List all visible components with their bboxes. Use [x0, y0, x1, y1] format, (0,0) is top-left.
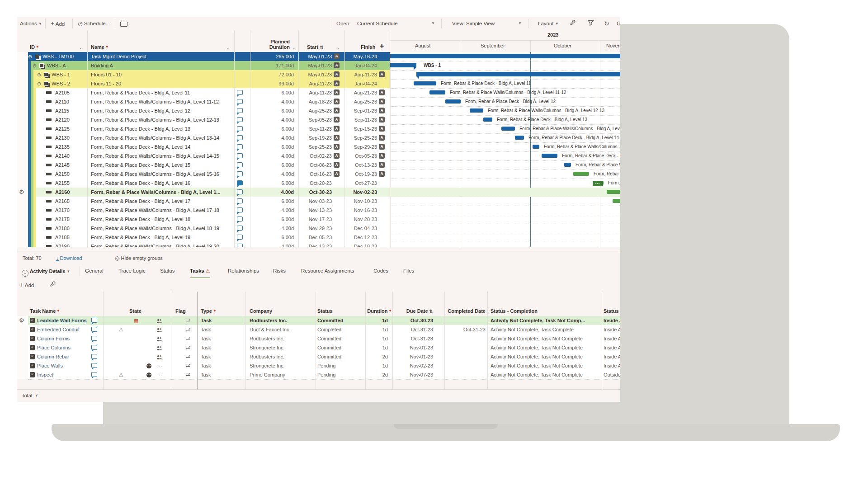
comment-icon[interactable]: [237, 226, 243, 231]
flag-icon[interactable]: [185, 334, 190, 343]
column-header-name[interactable]: Name ●: [91, 44, 108, 50]
comment-icon[interactable]: [237, 162, 243, 167]
gantt-row[interactable]: [390, 224, 620, 233]
refresh-icon[interactable]: ↻: [604, 17, 609, 30]
download-button[interactable]: ↓ Download: [56, 251, 82, 265]
task-bar[interactable]: [573, 172, 589, 176]
comment-icon[interactable]: [237, 207, 243, 212]
task-bar[interactable]: [515, 136, 524, 140]
refresh-icon[interactable]: ⟳: [617, 17, 620, 30]
gantt-row[interactable]: Form, Rebar & Place Walls/Columns - Bldg…: [390, 124, 620, 134]
comment-icon[interactable]: [237, 135, 243, 140]
gantt-row[interactable]: Form, Rebar & Place Walls/Columns - Bldg…: [390, 142, 620, 152]
column-header-due-date[interactable]: Due Date ⇅: [395, 308, 433, 314]
column-header-finish[interactable]: Finish: [361, 44, 375, 50]
activity-row[interactable]: A2145Form, Rebar & Place Deck - Bldg A, …: [28, 160, 390, 170]
collapse-icon[interactable]: ⊖: [37, 79, 41, 88]
add-task-button[interactable]: + Add: [20, 278, 34, 292]
flag-icon[interactable]: [185, 370, 190, 379]
task-row[interactable]: ✓Column RebarTaskRodbusters Inc.Committe…: [28, 352, 620, 362]
task-row[interactable]: ✓Place Walls⋯...TaskStrongcrete Inc.Pend…: [28, 361, 620, 371]
column-header-status-date[interactable]: Status - Dat: [604, 308, 620, 314]
gantt-row[interactable]: [390, 233, 620, 242]
column-header-status[interactable]: Status: [317, 308, 333, 314]
gantt-row[interactable]: Form, Rebar & Place Deck - Bldg A, Level…: [390, 151, 620, 161]
actions-button[interactable]: Actions ▼: [20, 17, 42, 30]
column-header-company[interactable]: Company: [250, 308, 272, 314]
column-header-completed-date[interactable]: Completed Date: [448, 308, 486, 314]
tab-relationships[interactable]: Relationships: [228, 264, 259, 278]
column-header-planned-duration[interactable]: Planned Duration: [250, 39, 290, 50]
activity-row[interactable]: A2140Form, Rebar & Place Walls/Columns -…: [28, 151, 390, 161]
activity-row[interactable]: A2130Form, Rebar & Place Walls/Columns -…: [28, 133, 390, 143]
gantt-row[interactable]: Form, Rebar & Place Deck - Bldg A, Level…: [390, 97, 620, 107]
activity-row[interactable]: ⊕WBS - 1Floors 01 - 1072.00dMay-01-23AAu…: [28, 70, 390, 80]
settings-key-icon[interactable]: [50, 278, 56, 292]
expand-icon[interactable]: ⊕: [37, 70, 41, 79]
comment-icon[interactable]: [91, 372, 97, 377]
gantt-row[interactable]: ▪▪▪Form, Rebar & Place Walls/Columns - B…: [390, 179, 620, 188]
comment-icon[interactable]: [91, 354, 97, 359]
collapse-icon[interactable]: ⊖: [33, 61, 37, 70]
tab-files[interactable]: Files: [403, 264, 414, 278]
add-button[interactable]: + Add: [51, 17, 65, 30]
gantt-row[interactable]: [390, 70, 620, 80]
comment-icon[interactable]: [237, 217, 243, 221]
task-bar[interactable]: [607, 190, 620, 194]
hide-empty-groups-button[interactable]: ◎ Hide empty groups: [115, 251, 163, 265]
schedule-button[interactable]: ◷ Schedule...: [78, 17, 110, 30]
activity-row[interactable]: A2150Form, Rebar & Place Walls/Columns -…: [28, 170, 390, 179]
task-row[interactable]: ✓Embedded Conduit⚠TaskDuct & Faucet Inc.…: [28, 325, 620, 335]
open-schedule-dropdown[interactable]: Current Schedule: [357, 17, 398, 30]
column-header-type[interactable]: Type ●: [201, 308, 216, 314]
activity-row[interactable]: A2175Form, Rebar & Place Deck - Bldg A, …: [28, 215, 390, 224]
flag-icon[interactable]: [185, 343, 190, 352]
activity-row[interactable]: A2125Form, Rebar & Place Deck - Bldg A, …: [28, 124, 390, 134]
view-dropdown[interactable]: View: Simple View: [452, 17, 495, 30]
task-row[interactable]: ✓Leadside Wall Forms▦TaskRodbusters Inc.…: [28, 316, 620, 325]
layout-button[interactable]: Layout ▼: [538, 17, 559, 30]
gantt-row[interactable]: [390, 242, 620, 247]
chevron-down-icon[interactable]: ⌄: [292, 45, 296, 50]
column-header-duration[interactable]: Duration ●: [352, 308, 392, 314]
activity-row[interactable]: A2115Form, Rebar & Place Deck - Bldg A, …: [28, 106, 390, 116]
task-bar[interactable]: [613, 199, 620, 203]
summary-bar[interactable]: [390, 54, 620, 58]
task-name[interactable]: Embedded Conduit: [37, 325, 90, 334]
gantt-row[interactable]: [390, 206, 620, 215]
activity-row[interactable]: ⊖WBS - TM100Task Mgmt Demo Project265.00…: [28, 52, 390, 61]
activity-row[interactable]: A2165Form, Rebar & Place Deck - Bldg A, …: [28, 197, 390, 206]
summary-bar[interactable]: [390, 63, 416, 67]
comment-icon[interactable]: [91, 327, 97, 332]
comment-icon[interactable]: [237, 153, 243, 158]
activity-row[interactable]: A2170Form, Rebar & Place Walls/Columns -…: [28, 206, 390, 215]
task-bar[interactable]: [542, 154, 557, 158]
comment-icon[interactable]: [237, 189, 243, 194]
chevron-down-icon[interactable]: ▼: [431, 17, 435, 30]
task-name[interactable]: Place Walls: [37, 361, 90, 370]
summary-bar[interactable]: [416, 72, 620, 76]
task-name[interactable]: Column Forms: [37, 334, 90, 343]
activity-row[interactable]: A2180Form, Rebar & Place Walls/Columns -…: [28, 224, 390, 233]
column-header-flag[interactable]: Flag: [175, 308, 186, 314]
collapse-icon[interactable]: ⊖: [28, 52, 32, 61]
task-name[interactable]: Leadside Wall Forms: [37, 316, 90, 325]
task-bar[interactable]: [429, 90, 445, 94]
filter-icon[interactable]: [588, 17, 594, 31]
activity-row[interactable]: A2155Form, Rebar & Place Deck - Bldg A, …: [28, 179, 390, 188]
gantt-row[interactable]: Form, Rebar & Place Deck - Bldg A, Level…: [390, 170, 620, 179]
gantt-row[interactable]: Form, Rebar & Place Walls/Columns - Bldg…: [390, 160, 620, 170]
column-header-state[interactable]: State: [129, 308, 142, 314]
comment-icon[interactable]: [91, 336, 97, 341]
comment-icon[interactable]: [91, 318, 97, 323]
gantt-row[interactable]: [390, 215, 620, 224]
gear-icon[interactable]: ⚙: [19, 316, 24, 325]
flag-icon[interactable]: [185, 325, 190, 334]
task-bar[interactable]: [470, 108, 483, 113]
comment-icon[interactable]: [237, 108, 243, 113]
add-column-button[interactable]: +: [380, 42, 384, 50]
tab-resource-assignments[interactable]: Resource Assignments: [301, 264, 354, 278]
activity-details-selector[interactable]: ⌄ Activity Details ▼: [22, 264, 71, 278]
comment-icon[interactable]: [237, 171, 243, 176]
comment-icon[interactable]: [237, 198, 243, 203]
